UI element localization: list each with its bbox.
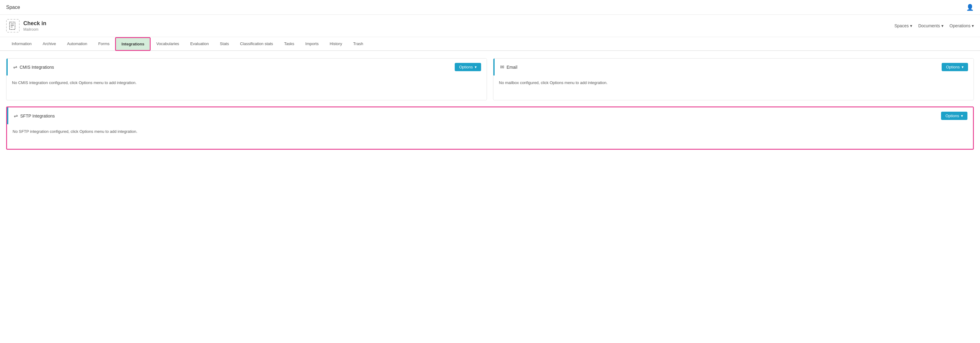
main-content: CMIS Integrations Options ▾ No CMIS inte… (0, 51, 980, 157)
cmis-card-title-group: CMIS Integrations (13, 64, 54, 70)
tabs-bar: Information Archive Automation Forms Int… (0, 37, 980, 51)
spaces-chevron-icon: ▾ (910, 23, 912, 28)
sftp-icon (14, 113, 18, 119)
tab-integrations[interactable]: Integrations (115, 37, 151, 51)
user-icon[interactable]: 👤 (966, 4, 974, 11)
page-title: Check in (23, 20, 46, 27)
top-bar: Space 👤 (0, 0, 980, 15)
operations-nav[interactable]: Operations ▾ (950, 23, 974, 28)
tab-information[interactable]: Information (6, 38, 37, 50)
cmis-card-body: No CMIS integration configured, click Op… (6, 75, 487, 100)
documents-nav[interactable]: Documents ▾ (918, 23, 943, 28)
email-icon (500, 64, 504, 70)
page-subtitle: Mailroom (23, 27, 46, 32)
sftp-options-chevron-icon: ▾ (961, 114, 963, 118)
cmis-card: CMIS Integrations Options ▾ No CMIS inte… (6, 58, 487, 100)
header-title-group: Check in Mailroom (23, 20, 46, 32)
tab-forms[interactable]: Forms (93, 38, 115, 50)
spaces-nav[interactable]: Spaces ▾ (894, 23, 912, 28)
document-icon (6, 19, 20, 33)
email-card-title: Email (507, 65, 517, 70)
documents-chevron-icon: ▾ (941, 23, 943, 28)
svg-rect-0 (10, 22, 15, 29)
tab-classification-stats[interactable]: Classification stats (234, 38, 278, 50)
header-nav: Spaces ▾ Documents ▾ Operations ▾ (894, 23, 974, 28)
top-cards-row: CMIS Integrations Options ▾ No CMIS inte… (6, 58, 974, 100)
email-options-button[interactable]: Options ▾ (942, 63, 968, 71)
email-card-body: No mailbox configured, click Options men… (493, 75, 974, 100)
cmis-options-button[interactable]: Options ▾ (455, 63, 481, 71)
tab-history[interactable]: History (324, 38, 347, 50)
header-area: Check in Mailroom Spaces ▾ Documents ▾ O… (0, 15, 980, 37)
transfer-icon (13, 64, 17, 70)
header-left: Check in Mailroom (6, 19, 46, 33)
sftp-card-title-group: SFTP Integrations (14, 113, 55, 119)
tab-automation[interactable]: Automation (61, 38, 93, 50)
tab-trash[interactable]: Trash (348, 38, 369, 50)
sftp-card: SFTP Integrations Options ▾ No SFTP inte… (6, 106, 974, 150)
tab-archive[interactable]: Archive (37, 38, 61, 50)
email-card-title-group: Email (500, 64, 517, 70)
tab-imports[interactable]: Imports (300, 38, 324, 50)
tab-stats[interactable]: Stats (215, 38, 235, 50)
email-card-header: Email Options ▾ (493, 59, 974, 75)
app-title: Space (6, 5, 20, 10)
sftp-options-button[interactable]: Options ▾ (941, 112, 967, 120)
cmis-card-title: CMIS Integrations (20, 65, 54, 70)
tab-evaluation[interactable]: Evaluation (185, 38, 215, 50)
tab-vocabularies[interactable]: Vocabularies (151, 38, 185, 50)
cmis-card-header: CMIS Integrations Options ▾ (6, 59, 487, 75)
operations-chevron-icon: ▾ (972, 23, 974, 28)
email-options-chevron-icon: ▾ (962, 65, 964, 69)
email-card: Email Options ▾ No mailbox configured, c… (493, 58, 974, 100)
sftp-card-title: SFTP Integrations (20, 114, 55, 118)
sftp-card-body: No SFTP integration configured, click Op… (7, 124, 973, 149)
sftp-card-header: SFTP Integrations Options ▾ (7, 107, 973, 124)
cmis-options-chevron-icon: ▾ (475, 65, 477, 69)
tab-tasks[interactable]: Tasks (278, 38, 300, 50)
